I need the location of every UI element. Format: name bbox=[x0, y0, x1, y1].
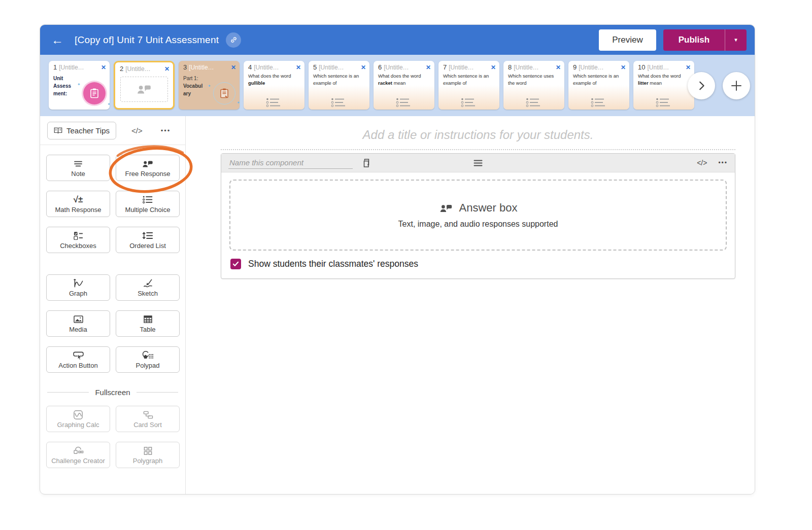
slide-preview-text: Which sentence uses the word bbox=[503, 71, 564, 87]
multiple-choice-preview-icon bbox=[590, 97, 607, 108]
clipboard-badge-icon: ✦ ✦ bbox=[83, 82, 106, 104]
component-note-button[interactable]: Note bbox=[46, 155, 110, 181]
more-options-button[interactable]: ••• bbox=[161, 127, 171, 134]
slide-thumbnail-1[interactable]: 1 [Untitle… ✕ Unit Assess ment: ✦ ✦ bbox=[49, 61, 110, 110]
slide-thumbnail-8[interactable]: 8 [Untitle… ✕ Which sentence uses the wo… bbox=[503, 61, 564, 110]
slide-close-button[interactable]: ✕ bbox=[489, 64, 496, 71]
slide-thumbnail-2-selected[interactable]: 2 [Untitle… ✕ bbox=[114, 61, 175, 110]
link-button[interactable] bbox=[226, 32, 241, 48]
slide-close-button[interactable]: ✕ bbox=[294, 64, 301, 71]
free-response-icon bbox=[142, 159, 154, 168]
challenge-creator-icon bbox=[73, 446, 84, 455]
component-checkboxes-button[interactable]: Checkboxes bbox=[46, 227, 110, 253]
plus-icon bbox=[730, 79, 743, 92]
component-graphing-calc-button[interactable]: Graphing Calc bbox=[46, 406, 110, 432]
component-grid: Note Free Response √± Math Response bbox=[40, 155, 185, 253]
component-header: </> ••• bbox=[221, 154, 735, 172]
slide-close-button[interactable]: ✕ bbox=[619, 64, 626, 71]
slide-number: 10 bbox=[638, 63, 645, 71]
slide-close-button[interactable]: ✕ bbox=[162, 65, 170, 73]
component-more-button[interactable]: ••• bbox=[718, 159, 728, 166]
show-responses-checkbox[interactable] bbox=[230, 259, 241, 269]
component-multiple-choice-button[interactable]: Multiple Choice bbox=[116, 191, 180, 217]
slide-title-input[interactable]: Add a title or instructions for your stu… bbox=[221, 127, 735, 143]
drag-handle-menu-button[interactable] bbox=[473, 160, 483, 166]
component-sketch-button[interactable]: Sketch bbox=[116, 274, 180, 301]
component-grid: Graph Sketch Media bbox=[40, 274, 185, 373]
component-polygraph-button[interactable]: Polygraph bbox=[116, 442, 180, 468]
show-responses-row: Show students their classmates' response… bbox=[229, 251, 727, 278]
graph-icon bbox=[73, 278, 84, 288]
component-challenge-creator-button[interactable]: Challenge Creator bbox=[46, 442, 110, 468]
answer-box-title: Answer box bbox=[459, 201, 518, 215]
publish-dropdown-button[interactable]: ▼ bbox=[725, 29, 747, 51]
slide-preview-text: What does the word racket mean bbox=[374, 71, 434, 87]
sidebar-toolbar: Teacher Tips </> ••• bbox=[40, 116, 185, 145]
slide-thumbnail-3[interactable]: 3 [Untitle… ✕ Part 1: Vocabul ary ✦ ✦ bbox=[179, 61, 240, 110]
polygraph-icon bbox=[143, 446, 153, 455]
slide-number: 5 bbox=[313, 63, 317, 71]
component-code-button[interactable]: </> bbox=[697, 159, 707, 167]
add-slide-button[interactable] bbox=[723, 72, 750, 99]
code-view-button[interactable]: </> bbox=[131, 126, 143, 135]
note-icon bbox=[73, 160, 83, 167]
copy-icon bbox=[362, 158, 370, 168]
checkmark-icon bbox=[232, 261, 239, 267]
component-graph-button[interactable]: Graph bbox=[46, 274, 110, 301]
slide-close-button[interactable]: ✕ bbox=[359, 64, 366, 71]
sketch-icon bbox=[143, 278, 153, 288]
slide-preview-text: Which sentence is an example of bbox=[438, 71, 499, 87]
slide-number: 7 bbox=[443, 63, 447, 71]
slide-strip: 1 [Untitle… ✕ Unit Assess ment: ✦ ✦ bbox=[40, 55, 755, 116]
component-math-response-button[interactable]: √± Math Response bbox=[46, 191, 110, 217]
math-icon: √± bbox=[74, 195, 83, 205]
multiple-choice-preview-icon bbox=[265, 97, 283, 108]
slide-close-button[interactable]: ✕ bbox=[684, 64, 691, 71]
publish-button[interactable]: Publish bbox=[663, 29, 725, 51]
slide-title: [Untitle… bbox=[59, 64, 99, 71]
empty-component-placeholder bbox=[120, 77, 168, 102]
slide-thumbnail-4[interactable]: 4 [Untitle… ✕ What does the word gullibl… bbox=[244, 61, 304, 110]
slide-thumbnail-7[interactable]: 7 [Untitle… ✕ Which sentence is an examp… bbox=[438, 61, 499, 110]
multiple-choice-preview-icon bbox=[330, 97, 348, 108]
teacher-tips-label: Teacher Tips bbox=[66, 126, 110, 135]
duplicate-component-button[interactable] bbox=[362, 158, 370, 168]
slide-thumbnail-9[interactable]: 9 [Untitle… ✕ Which sentence is an examp… bbox=[568, 61, 629, 110]
slide-thumbnail-5[interactable]: 5 [Untitle… ✕ Which sentence is an examp… bbox=[309, 61, 369, 110]
sparkle-icon: ✦ bbox=[208, 84, 211, 88]
hamburger-icon bbox=[473, 160, 483, 166]
component-free-response-button[interactable]: Free Response bbox=[116, 155, 180, 181]
slide-close-button[interactable]: ✕ bbox=[424, 64, 431, 71]
sparkle-icon: ✦ bbox=[77, 82, 81, 87]
component-name-input[interactable] bbox=[228, 157, 353, 169]
component-media-button[interactable]: Media bbox=[46, 310, 110, 337]
slide-title: [Untitle… bbox=[125, 65, 162, 73]
slide-preview-text: Which sentence is an example of bbox=[309, 71, 369, 87]
ordered-list-icon bbox=[142, 231, 153, 240]
free-response-component-card: </> ••• Answer box bbox=[221, 153, 735, 279]
multiple-choice-icon bbox=[142, 195, 153, 204]
slide-thumbnail-6[interactable]: 6 [Untitle… ✕ What does the word racket … bbox=[374, 61, 434, 110]
component-card-sort-button[interactable]: Card Sort bbox=[116, 406, 180, 432]
back-button[interactable]: ← bbox=[48, 34, 66, 46]
next-slides-button[interactable] bbox=[688, 72, 715, 99]
multiple-choice-preview-icon bbox=[525, 97, 543, 108]
slide-number: 6 bbox=[378, 63, 382, 71]
component-polypad-button[interactable]: Polypad bbox=[116, 346, 180, 373]
slide-number: 4 bbox=[248, 63, 252, 71]
slide-close-button[interactable]: ✕ bbox=[99, 64, 106, 71]
free-response-icon bbox=[439, 203, 453, 214]
teacher-tips-button[interactable]: Teacher Tips bbox=[47, 122, 116, 139]
slide-title: [Untitle… bbox=[514, 64, 554, 71]
slide-close-button[interactable]: ✕ bbox=[554, 64, 561, 71]
answer-box-placeholder[interactable]: Answer box Text, image, and audio respon… bbox=[229, 180, 727, 251]
slide-close-button[interactable]: ✕ bbox=[229, 64, 236, 71]
link-icon bbox=[230, 36, 238, 44]
component-ordered-list-button[interactable]: Ordered List bbox=[116, 227, 180, 253]
slide-preview-text: Which sentence is an example of bbox=[568, 71, 629, 87]
component-action-button-button[interactable]: Action Button bbox=[46, 346, 110, 373]
slide-thumbnail-10[interactable]: 10 [Untitl… ✕ What does the word litter … bbox=[633, 61, 694, 110]
slide-editor: Add a title or instructions for your stu… bbox=[186, 116, 755, 494]
component-table-button[interactable]: Table bbox=[116, 310, 180, 337]
preview-button[interactable]: Preview bbox=[599, 29, 656, 51]
